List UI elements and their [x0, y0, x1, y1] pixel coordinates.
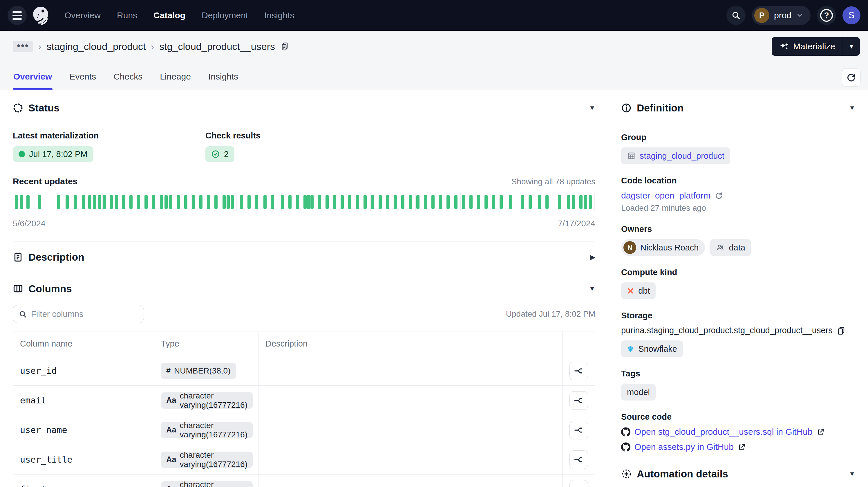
compute-kind-pill[interactable]: ✕ dbt	[621, 282, 656, 299]
update-bar[interactable]	[409, 195, 412, 209]
tab-events[interactable]: Events	[69, 72, 97, 90]
tab-insights[interactable]: Insights	[208, 72, 239, 90]
update-bar[interactable]	[103, 195, 106, 209]
nav-item-runs[interactable]: Runs	[117, 10, 137, 20]
update-bar[interactable]	[341, 195, 344, 209]
definition-collapse-icon[interactable]: ▼	[849, 104, 855, 112]
update-bar[interactable]	[431, 195, 435, 209]
update-bar[interactable]	[207, 195, 210, 209]
nav-item-insights[interactable]: Insights	[264, 10, 294, 20]
tab-lineage[interactable]: Lineage	[159, 72, 191, 90]
check-results-pill[interactable]: 2	[206, 146, 235, 162]
update-bar[interactable]	[271, 195, 274, 209]
user-avatar[interactable]: S	[842, 6, 861, 24]
update-bar[interactable]	[281, 195, 284, 209]
update-bar[interactable]	[379, 195, 382, 209]
tag-pill[interactable]: model	[621, 384, 656, 400]
update-bar[interactable]	[226, 195, 230, 209]
update-bar[interactable]	[579, 195, 583, 209]
menu-icon[interactable]	[7, 6, 27, 25]
update-bar[interactable]	[371, 195, 374, 209]
update-bar[interactable]	[318, 195, 321, 209]
copy-icon[interactable]	[280, 42, 289, 51]
automation-collapse-icon[interactable]: ▼	[849, 470, 855, 478]
update-bar[interactable]	[93, 195, 96, 209]
update-bar[interactable]	[240, 195, 243, 209]
update-bar[interactable]	[386, 195, 389, 209]
update-bar[interactable]	[26, 195, 30, 209]
update-bar[interactable]	[152, 195, 155, 209]
update-bar[interactable]	[15, 195, 18, 209]
filter-columns-input[interactable]	[13, 305, 144, 323]
update-bar[interactable]	[348, 195, 351, 209]
update-bar[interactable]	[416, 195, 420, 209]
update-bar[interactable]	[462, 195, 465, 209]
breadcrumb-parent[interactable]: staging_cloud_product	[46, 41, 146, 52]
update-bar[interactable]	[164, 195, 168, 209]
latest-materialization-pill[interactable]: Jul 17, 8:02 PM	[13, 146, 93, 162]
update-bar[interactable]	[485, 195, 488, 209]
update-bar[interactable]	[567, 195, 570, 209]
owner-pill-user[interactable]: N Nicklaus Roach	[621, 239, 705, 256]
tab-overview[interactable]: Overview	[13, 72, 53, 90]
update-bar[interactable]	[333, 195, 336, 209]
deployment-switcher[interactable]: P prod	[752, 6, 811, 25]
column-lineage-button[interactable]	[569, 391, 588, 410]
update-bar[interactable]	[326, 195, 329, 209]
update-bar[interactable]	[477, 195, 480, 209]
update-bar[interactable]	[394, 195, 397, 209]
update-bar[interactable]	[469, 195, 473, 209]
update-bar[interactable]	[264, 195, 267, 209]
update-bar[interactable]	[88, 195, 91, 209]
nav-item-overview[interactable]: Overview	[64, 10, 101, 20]
update-bar[interactable]	[110, 195, 113, 209]
update-bar[interactable]	[122, 195, 125, 209]
update-bar[interactable]	[66, 195, 69, 209]
update-bar[interactable]	[529, 195, 532, 209]
update-bar[interactable]	[296, 195, 299, 209]
update-bar[interactable]	[38, 195, 41, 209]
update-bar[interactable]	[307, 195, 310, 209]
update-bar[interactable]	[538, 195, 541, 209]
update-bar[interactable]	[401, 195, 404, 209]
update-bar[interactable]	[589, 195, 592, 209]
update-bar[interactable]	[129, 195, 132, 209]
update-bar[interactable]	[169, 195, 172, 209]
update-bar[interactable]	[546, 195, 549, 209]
column-lineage-button[interactable]	[569, 450, 588, 469]
source-link-sql[interactable]: Open stg_cloud_product__users.sql in Git…	[634, 427, 813, 437]
description-expand-icon[interactable]: ▶	[590, 253, 595, 261]
update-bar[interactable]	[214, 195, 218, 209]
columns-collapse-icon[interactable]: ▼	[589, 285, 595, 293]
update-bar[interactable]	[572, 195, 575, 209]
code-location-link[interactable]: dagster_open_platform	[621, 191, 711, 201]
update-bar[interactable]	[288, 195, 291, 209]
update-bar[interactable]	[177, 195, 180, 209]
update-bar[interactable]	[310, 195, 314, 209]
update-bar[interactable]	[247, 195, 251, 209]
update-bar[interactable]	[424, 195, 427, 209]
source-link-assets[interactable]: Open assets.py in GitHub	[634, 442, 734, 452]
update-bar[interactable]	[364, 195, 367, 209]
update-bar[interactable]	[521, 195, 524, 209]
group-pill[interactable]: staging_cloud_product	[621, 147, 730, 164]
update-bar[interactable]	[222, 195, 226, 209]
update-bar[interactable]	[255, 195, 258, 209]
update-bar[interactable]	[160, 195, 163, 209]
copy-icon[interactable]	[837, 326, 845, 335]
update-bar[interactable]	[230, 195, 234, 209]
update-bar[interactable]	[192, 195, 195, 209]
update-bar[interactable]	[500, 195, 503, 209]
help-icon[interactable]: ?	[817, 6, 836, 25]
update-bar[interactable]	[356, 195, 359, 209]
update-bar[interactable]	[145, 195, 148, 209]
update-bar[interactable]	[137, 195, 140, 209]
update-bar[interactable]	[98, 195, 101, 209]
refresh-button[interactable]	[842, 68, 861, 87]
column-lineage-button[interactable]	[569, 421, 588, 439]
update-bar[interactable]	[584, 195, 587, 209]
update-bar[interactable]	[199, 195, 203, 209]
update-bar[interactable]	[492, 195, 495, 209]
search-icon[interactable]	[726, 6, 746, 25]
status-collapse-icon[interactable]: ▼	[589, 104, 595, 112]
